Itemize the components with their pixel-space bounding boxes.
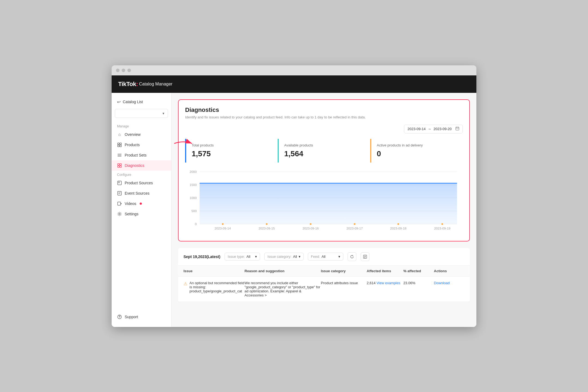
col-reason: Reason and suggestion [244, 269, 321, 273]
svg-rect-2 [118, 145, 119, 147]
sidebar-label-settings: Settings [125, 212, 139, 216]
titlebar [112, 65, 476, 75]
catalog-list-label: Catalog List [123, 100, 143, 104]
percent-cell: 23.06% [403, 281, 434, 285]
sidebar-item-overview[interactable]: ⌂ Overview [112, 129, 171, 140]
settings-icon [117, 212, 122, 216]
svg-point-20 [119, 317, 120, 318]
sidebar-label-products: Products [125, 143, 140, 147]
svg-text:2023-09-14: 2023-09-14 [215, 227, 231, 230]
svg-rect-10 [120, 166, 121, 167]
svg-text:2023-09-17: 2023-09-17 [347, 227, 363, 230]
date-range-row: 2023-09-14 ～ 2023-09-20 [185, 125, 463, 133]
date-range-picker[interactable]: 2023-09-14 ～ 2023-09-20 [404, 125, 463, 133]
chart-svg: 2000 1500 1000 500 0 [185, 169, 463, 234]
chevron-down-icon: ▾ [163, 111, 164, 115]
support-item[interactable]: Support [112, 311, 171, 323]
sidebar-item-product-sets[interactable]: Product Sets [112, 150, 171, 160]
app-name: Catalog Manager [139, 82, 173, 87]
chevron-down-icon: ▾ [255, 255, 257, 259]
svg-rect-12 [118, 182, 120, 183]
issue-category-filter[interactable]: Issue category: All ▾ [264, 253, 304, 261]
issue-cell: ⚠ An optional but recommended field is m… [183, 281, 244, 293]
diagnostics-card: Diagnostics Identify and fix issues rela… [178, 99, 470, 241]
svg-point-44 [222, 223, 223, 225]
col-actions: Actions [434, 269, 464, 273]
chevron-down-icon: ▾ [299, 255, 301, 259]
svg-rect-0 [118, 143, 119, 145]
catalog-list-back[interactable]: ↩ Catalog List [112, 97, 171, 107]
sidebar-label-diagnostics: Diagnostics [125, 163, 144, 168]
sidebar-item-event-sources[interactable]: Event Sources [112, 188, 171, 198]
table-header: Issue Reason and suggestion Issue catego… [178, 266, 470, 277]
catalog-dropdown[interactable]: ▾ [115, 109, 168, 118]
sidebar-item-settings[interactable]: Settings [112, 209, 171, 219]
svg-text:1500: 1500 [190, 183, 197, 186]
calendar-icon [455, 127, 459, 131]
view-examples-link[interactable]: View examples [376, 281, 400, 285]
product-sets-icon [117, 153, 122, 158]
metric-available-products: Available products 1,564 [278, 139, 370, 163]
event-sources-icon [117, 191, 122, 196]
svg-rect-8 [120, 164, 121, 165]
arrow-annotation [171, 137, 196, 149]
svg-text:500: 500 [191, 209, 197, 213]
chart-area: 2000 1500 1000 500 0 [185, 169, 463, 234]
metrics-row: Total products 1,575 Available products … [185, 139, 463, 163]
logo: TikTok: [118, 81, 138, 88]
svg-point-49 [441, 223, 443, 225]
svg-point-45 [266, 223, 267, 225]
sidebar-item-videos[interactable]: Videos [112, 198, 171, 209]
col-issue: Issue [183, 269, 244, 273]
metric-available-label: Available products [284, 143, 365, 147]
action-cell: Download [434, 281, 464, 285]
download-link[interactable]: Download [434, 281, 450, 285]
svg-text:2023-09-16: 2023-09-16 [302, 227, 319, 230]
support-label: Support [125, 315, 138, 319]
issue-type-filter[interactable]: Issue type: All ▾ [225, 253, 260, 261]
svg-rect-3 [120, 145, 121, 147]
titlebar-dot-red [116, 69, 120, 72]
sidebar-item-product-sources[interactable]: Product Sources [112, 178, 171, 188]
support-icon [117, 314, 122, 319]
metric-active-label: Active products in ad delivery [377, 143, 457, 147]
metric-active-products: Active products in ad delivery 0 [370, 139, 463, 163]
videos-icon [117, 201, 122, 206]
sidebar-item-products[interactable]: Products [112, 140, 171, 150]
issues-date-label: Sept 19,2023(Latest) [183, 255, 220, 259]
sidebar-label-product-sets: Product Sets [125, 153, 146, 157]
issues-section: Sept 19,2023(Latest) Issue type: All ▾ I… [178, 248, 470, 302]
svg-point-48 [397, 223, 399, 225]
sidebar-label-product-sources: Product Sources [125, 181, 153, 185]
feed-filter[interactable]: Feed: All ▾ [308, 253, 343, 261]
svg-marker-36 [200, 183, 457, 224]
refresh-button[interactable] [348, 252, 356, 261]
affected-count: 2,614 [367, 281, 376, 285]
reason-cell: We recommend you include either "google_… [244, 281, 321, 297]
app-window: TikTok: Catalog Manager ↩ Catalog List ▾… [112, 65, 476, 327]
svg-rect-9 [118, 166, 119, 167]
svg-text:0: 0 [195, 222, 197, 226]
sidebar-item-diagnostics[interactable]: Diagnostics [112, 160, 171, 171]
issue-text: An optional but recommended field is mis… [189, 281, 244, 293]
chevron-down-icon: ▾ [338, 255, 340, 259]
svg-rect-13 [118, 191, 121, 195]
svg-rect-22 [456, 127, 459, 130]
back-arrow-icon: ↩ [117, 99, 121, 105]
svg-point-18 [119, 213, 120, 215]
metric-available-value: 1,564 [284, 149, 365, 158]
svg-point-47 [354, 223, 355, 225]
titlebar-dot-yellow [122, 69, 125, 72]
products-icon [117, 142, 122, 147]
sidebar-label-event-sources: Event Sources [125, 191, 149, 195]
videos-notification-dot [140, 203, 142, 205]
svg-rect-7 [118, 164, 119, 165]
table-row: ⚠ An optional but recommended field is m… [178, 277, 470, 302]
product-sources-icon [117, 180, 122, 185]
titlebar-dot-green [127, 69, 131, 72]
download-table-button[interactable] [361, 252, 369, 261]
col-percent: % affected [403, 269, 434, 273]
svg-text:1000: 1000 [190, 196, 197, 200]
svg-marker-17 [121, 203, 122, 204]
diagnostics-icon [117, 163, 122, 168]
